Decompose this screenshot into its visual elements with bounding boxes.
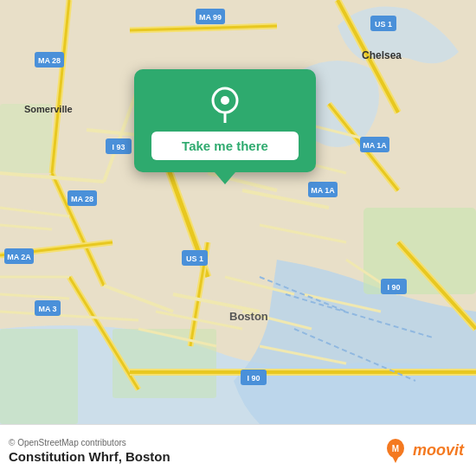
map-attribution: © OpenStreetMap contributors (9, 438, 170, 447)
svg-text:MA 2A: MA 2A (7, 253, 31, 261)
svg-text:M: M (392, 444, 399, 453)
svg-text:MA 3: MA 3 (38, 305, 56, 313)
svg-rect-3 (113, 329, 216, 398)
svg-text:I 90: I 90 (247, 374, 260, 383)
svg-marker-83 (390, 453, 401, 463)
svg-text:MA 28: MA 28 (38, 56, 61, 65)
svg-text:I 90: I 90 (387, 283, 400, 292)
svg-text:MA 1A: MA 1A (311, 186, 335, 195)
svg-text:US 1: US 1 (186, 254, 203, 263)
svg-text:MA 99: MA 99 (199, 13, 222, 22)
svg-point-80 (221, 96, 229, 105)
svg-text:Somerville: Somerville (24, 104, 73, 114)
location-popup: Take me there (134, 69, 316, 172)
svg-rect-2 (0, 104, 52, 173)
location-pin-icon (206, 85, 244, 123)
svg-text:MA 1A: MA 1A (363, 141, 387, 150)
moovit-icon: M (382, 437, 409, 465)
svg-text:MA 28: MA 28 (71, 195, 93, 203)
footer-info: © OpenStreetMap contributors Constitutio… (9, 438, 170, 464)
footer-bar: © OpenStreetMap contributors Constitutio… (0, 424, 476, 476)
moovit-label: moovit (413, 441, 464, 460)
map-container: US 1 MA 99 MA 28 I 93 MA 28 MA 2A MA 3 U… (0, 0, 476, 424)
svg-text:US 1: US 1 (375, 20, 392, 29)
svg-text:Chelsea: Chelsea (362, 49, 402, 61)
svg-text:Boston: Boston (229, 310, 268, 323)
take-me-there-button[interactable]: Take me there (151, 132, 299, 160)
map-background: US 1 MA 99 MA 28 I 93 MA 28 MA 2A MA 3 U… (0, 0, 476, 424)
svg-text:I 93: I 93 (112, 143, 125, 151)
moovit-logo: M moovit (382, 437, 464, 465)
location-name: Constitution Whrf, Boston (9, 449, 170, 464)
svg-rect-4 (0, 329, 78, 424)
